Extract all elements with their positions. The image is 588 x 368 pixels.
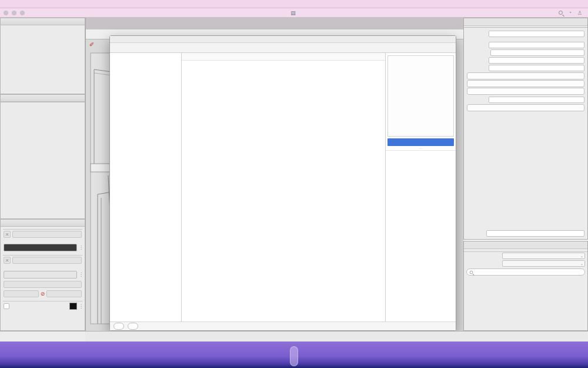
shadow-color-swatch[interactable]	[69, 303, 77, 310]
search-icon	[470, 270, 473, 274]
fill-opacity-slider[interactable]	[4, 244, 77, 251]
document-tabs	[86, 18, 463, 29]
resource-manager-window: ⋯	[109, 35, 456, 331]
attributes-palette: ✕ ⋮ ✕ ⋮ ⊘ ⋮	[0, 219, 85, 331]
layers-search-input[interactable]	[475, 269, 582, 276]
pen-opacity-slider[interactable]	[4, 271, 77, 279]
layers-search-field[interactable]	[466, 268, 585, 276]
close-window-button[interactable]	[4, 11, 8, 15]
class-dropdown[interactable]	[489, 31, 584, 37]
resource-manager-toolbar	[110, 43, 456, 53]
shadow-menu[interactable]: ⋮	[79, 304, 82, 309]
layer-options-dropdown[interactable]: ⌄	[502, 253, 585, 259]
fill-style-icon[interactable]: ✕	[4, 231, 11, 238]
search-icon[interactable]	[559, 11, 563, 15]
status-bar	[85, 331, 588, 342]
preview-data-row[interactable]	[386, 150, 456, 154]
preview-tags-row[interactable]	[386, 154, 456, 158]
fill-opacity-menu[interactable]: ⋮	[79, 245, 82, 250]
lock-icon: ♙	[577, 10, 582, 16]
bell-icon[interactable]: ◔	[569, 10, 572, 15]
line-thickness-dropdown[interactable]	[4, 281, 82, 288]
scaling-dropdown[interactable]	[489, 97, 584, 103]
insert-dropdown[interactable]	[489, 42, 584, 48]
navigation-panel: ⌄ ⌄	[463, 241, 588, 331]
window-title-bar: ▤ ◔ ♙	[0, 8, 588, 18]
preview-actions-bar	[387, 138, 454, 146]
pen-opacity-menu[interactable]: ⋮	[79, 272, 82, 277]
preview-image	[387, 55, 454, 137]
resource-grid	[182, 61, 385, 321]
sign-in-button[interactable]: ♙	[577, 10, 582, 16]
tool-set-groups	[1, 102, 85, 104]
no-line-markers-icon[interactable]: ⊘	[41, 291, 45, 297]
basic-palette	[0, 18, 85, 94]
filter-dropdown[interactable]: ⌄	[502, 260, 585, 267]
library-tree	[110, 53, 182, 321]
replace-button[interactable]	[467, 104, 584, 111]
tool-sets-palette	[0, 94, 85, 219]
zoom-window-button[interactable]	[20, 11, 25, 15]
menu-bar	[0, 0, 588, 8]
shadow-checkbox[interactable]	[4, 303, 9, 309]
resource-preview-panel: ⋯	[385, 53, 456, 321]
pen-style-icon[interactable]: ✕	[4, 257, 11, 264]
object-name-input[interactable]	[486, 230, 584, 237]
offset-input[interactable]	[490, 49, 584, 56]
document-icon: ▤	[290, 10, 296, 16]
fill-style-dropdown[interactable]	[12, 231, 82, 238]
new-resource-button[interactable]	[113, 323, 124, 330]
document-title: ▤	[290, 10, 298, 16]
break-dropdown[interactable]	[489, 57, 584, 64]
wall-closure-button	[467, 88, 584, 95]
breadcrumb	[182, 53, 385, 61]
pen-style-dropdown[interactable]	[12, 257, 82, 264]
splitter-handle[interactable]: ⋯	[386, 146, 456, 150]
set-position-button[interactable]	[467, 80, 584, 87]
desktop-wallpaper	[0, 342, 588, 368]
resource-manager-footer	[110, 321, 456, 330]
line-end-dropdown[interactable]	[46, 290, 82, 297]
minimize-window-button[interactable]	[12, 11, 16, 15]
height-input[interactable]	[489, 65, 584, 71]
object-info-panel	[463, 18, 588, 240]
flip-button[interactable]	[467, 72, 584, 79]
dock	[290, 346, 298, 366]
brush-cursor: ✐	[89, 41, 95, 48]
resource-manager-title-bar[interactable]	[110, 36, 456, 43]
basic-tools-grid	[1, 25, 85, 28]
new-folder-button[interactable]	[128, 323, 138, 330]
help-bar	[0, 331, 85, 342]
line-style-dropdown[interactable]	[4, 290, 39, 297]
